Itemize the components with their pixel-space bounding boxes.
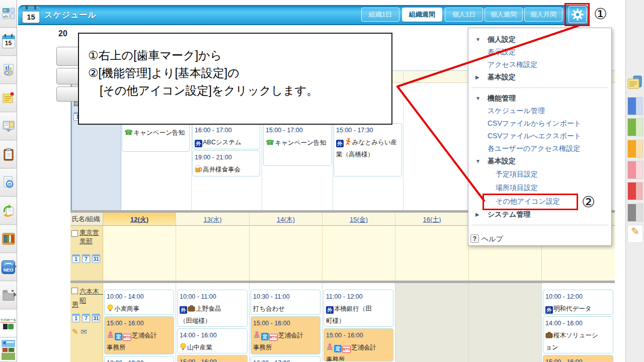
view-button-personal-day[interactable]: 個人1日 bbox=[445, 8, 483, 22]
expand-arrow-icon[interactable] bbox=[14, 264, 17, 269]
day-header-14-thu[interactable]: 14(木) bbox=[277, 216, 295, 223]
menu-header-personal-settings[interactable]: ▼個人設定 bbox=[468, 33, 611, 46]
view-button-personal-week[interactable]: 個人週間 bbox=[485, 8, 523, 22]
settings-dropdown-menu: ▼個人設定 表示設定 アクセス権設定 ▶基本設定 ▼機能管理 スケジュール管理 … bbox=[468, 28, 612, 246]
schedule-app-icon[interactable]: 15 bbox=[0, 28, 17, 56]
menu-link-schedule-item-settings[interactable]: 予定項目設定 bbox=[468, 167, 611, 181]
menu-link-csv-export[interactable]: CSVファイルへエクスポート bbox=[468, 130, 611, 142]
member-checkbox[interactable] bbox=[71, 288, 78, 294]
view-button-org-day[interactable]: 組織1日 bbox=[361, 8, 399, 22]
schedule-card[interactable]: 11:00 - 12:00 外本橋銀行（田 町様） bbox=[324, 290, 393, 327]
day-view-icon[interactable]: 1 bbox=[72, 254, 80, 263]
month-view-icon[interactable]: 31 bbox=[92, 314, 100, 322]
menu-header-function-management[interactable]: ▼機能管理 bbox=[468, 92, 611, 105]
menu-link-access-rights[interactable]: アクセス権設定 bbox=[468, 58, 611, 71]
day-view-icon[interactable]: 1 bbox=[72, 314, 80, 322]
schedule-card[interactable]: 10:00 - 11:00 外上野食品 （田端様） bbox=[177, 290, 248, 327]
folder-icon[interactable] bbox=[0, 282, 17, 309]
external-icon: 外 bbox=[195, 140, 202, 147]
menu-divider bbox=[471, 225, 608, 225]
pencil-icon[interactable]: ✎ bbox=[627, 225, 643, 243]
label-orange-icon[interactable] bbox=[627, 140, 643, 158]
schedule-card[interactable]: 15:00 - 17:30 外みなとみらい産業（高橋様） bbox=[334, 123, 402, 176]
toolbar-button-fragment[interactable] bbox=[56, 68, 79, 84]
banner-icon-img bbox=[2, 340, 15, 360]
external-icon: 外 bbox=[336, 140, 344, 147]
triangle-right-icon: ▶ bbox=[475, 71, 479, 83]
org-link[interactable]: 東京営業部 bbox=[79, 228, 103, 245]
day-header-13-wed[interactable]: 13(水) bbox=[203, 216, 221, 223]
memo-icon[interactable] bbox=[0, 84, 17, 112]
member-link[interactable]: 六本木 昭 bbox=[79, 287, 103, 305]
edit-icon[interactable]: ✎ bbox=[72, 327, 78, 336]
member-link[interactable]: 男 bbox=[72, 300, 78, 309]
mail-icon[interactable]: ✉ bbox=[80, 327, 87, 336]
schedule-card[interactable]: 19:00 - 21:00 高井様食事会 bbox=[192, 150, 260, 176]
week-view-icon[interactable]: 7 bbox=[82, 314, 90, 322]
label-gray-icon[interactable] bbox=[627, 204, 643, 222]
menu-link-display-settings[interactable]: 表示設定 bbox=[468, 46, 611, 58]
menu-help[interactable]: ?ヘルプ bbox=[468, 232, 611, 246]
toolbar-button-fragment[interactable] bbox=[56, 86, 79, 102]
schedule-app-icon-img: 15 bbox=[2, 35, 15, 48]
briefcase-icon bbox=[188, 305, 195, 312]
menu-link-location-item-settings[interactable]: 場所項目設定 bbox=[468, 181, 611, 195]
week-view-icon[interactable]: 7 bbox=[82, 254, 90, 263]
workflow-icon[interactable] bbox=[0, 197, 17, 225]
clipboard-icon-img bbox=[3, 148, 15, 161]
schedule-card[interactable]: 14:00 - 16:00 山中産業 bbox=[177, 328, 248, 353]
attendee-icon bbox=[326, 343, 334, 350]
schedule-card[interactable]: 10:00 - 14:00 小麦商事 bbox=[104, 290, 174, 315]
label-pink-icon[interactable] bbox=[627, 161, 643, 179]
schedule-card[interactable]: 16:00 - 17:00 外ABCシステム bbox=[192, 123, 260, 149]
menu-header-basic-settings[interactable]: ▼基本設定 bbox=[468, 155, 611, 167]
menu-link-schedule-management[interactable]: スケジュール管理 bbox=[468, 105, 611, 117]
briefcase-icon bbox=[545, 331, 553, 338]
schedule-card[interactable]: 10:30 - 11:00 打ち合わせ bbox=[251, 290, 320, 315]
day-header-15-fri[interactable]: 15(金) bbox=[350, 216, 368, 223]
search-icon[interactable]: @ bbox=[0, 169, 17, 197]
schedule-card[interactable]: 15:00 - 16:00 定MTG芝浦会計 事務所 bbox=[104, 316, 174, 354]
schedule-card[interactable]: 15:00 - 16:00 定MTG芝浦会計 事務所 bbox=[324, 328, 393, 361]
portal-icon-img bbox=[2, 8, 15, 20]
label-green-icon[interactable] bbox=[627, 118, 643, 136]
toolbar-button-fragment[interactable] bbox=[56, 47, 79, 66]
presentation-icon[interactable] bbox=[0, 56, 17, 84]
bulletin-icon[interactable] bbox=[0, 113, 17, 140]
view-button-personal-month[interactable]: 個人月間 bbox=[524, 8, 562, 22]
menu-link-user-access-rights[interactable]: 各ユーザーのアクセス権設定 bbox=[468, 142, 611, 155]
banner-icon[interactable] bbox=[0, 338, 17, 362]
external-icon: 外 bbox=[326, 306, 334, 314]
month-view-icon[interactable]: 31 bbox=[92, 254, 100, 263]
external-icon: 外 bbox=[180, 306, 187, 314]
expand-arrow-icon[interactable] bbox=[14, 292, 17, 297]
tanomeru-icon[interactable]: たのめーる bbox=[0, 310, 17, 337]
tanomeru-icon-img: たのめーる bbox=[1, 318, 16, 329]
day-header-12-tue[interactable]: 12(火) bbox=[130, 216, 148, 223]
menu-header-basic-settings-personal[interactable]: ▶基本設定 bbox=[468, 71, 611, 83]
day-header-16-sat[interactable]: 16(土) bbox=[423, 216, 441, 223]
schedule-card[interactable]: 15:00 - 16:00 bbox=[177, 355, 248, 362]
name-org-header: 氏名/組織名 bbox=[70, 213, 103, 226]
schedule-card[interactable]: 10:00 - 12:00 外明和代データ bbox=[543, 290, 613, 315]
phone-icon: ☎ bbox=[124, 128, 133, 136]
label-red-icon[interactable] bbox=[627, 182, 643, 200]
menu-link-csv-import[interactable]: CSVファイルからインポート bbox=[468, 117, 611, 130]
view-button-org-week[interactable]: 組織週間 bbox=[402, 8, 442, 22]
schedule-card[interactable]: 18:00 - 19:00 bbox=[104, 356, 174, 362]
triangle-down-icon: ▼ bbox=[475, 155, 480, 167]
note-icon[interactable] bbox=[627, 75, 643, 94]
schedule-card[interactable]: 15:00 - 16:00 bbox=[543, 355, 613, 362]
label-blue-icon[interactable] bbox=[627, 97, 643, 115]
recurring-icon: 定 bbox=[334, 345, 342, 352]
neo-icon[interactable]: NEO bbox=[0, 253, 17, 281]
org-checkbox[interactable] bbox=[71, 230, 78, 237]
schedule-card[interactable]: 15:00 - 17:00 ☎キャンペーン告知 bbox=[263, 123, 332, 166]
schedule-card[interactable]: 14:00 - 16:00 桜木ソリューシ ョン bbox=[543, 316, 613, 353]
portal-icon[interactable] bbox=[0, 0, 17, 28]
cabinet-icon[interactable] bbox=[0, 225, 17, 253]
schedule-card[interactable]: 16:00 - 17:00 bbox=[251, 356, 320, 362]
schedule-card[interactable]: 15:00 - 16:00 定MTG芝浦会計 事務所 bbox=[251, 316, 320, 354]
clipboard-icon[interactable] bbox=[0, 141, 17, 168]
other-icon-settings-highlight-box bbox=[482, 194, 578, 210]
